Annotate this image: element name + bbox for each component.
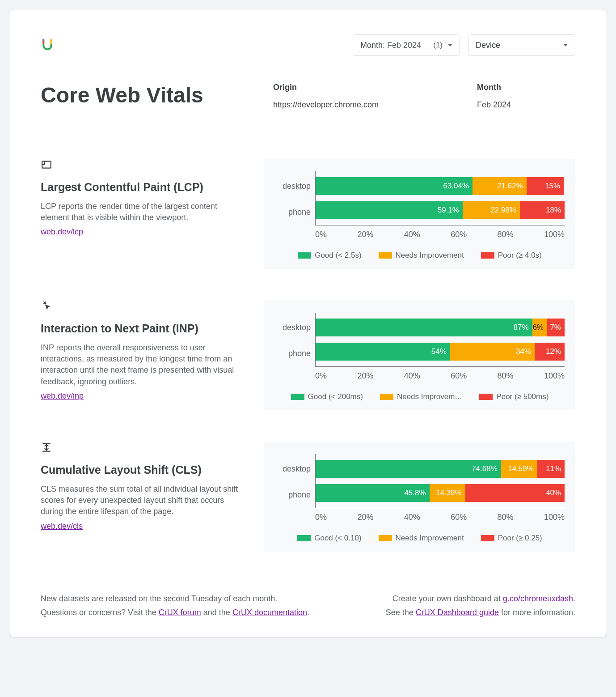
axis-tick: 80% (498, 513, 514, 522)
web-vitals-logo-icon (41, 38, 54, 53)
x-axis: 0%20%40%60%80%100% (315, 366, 565, 381)
footer-text: Questions or concerns? Visit the CrUX fo… (41, 606, 309, 620)
legend-poor: Poor (≥ 0.25) (481, 534, 542, 543)
axis-tick: 40% (404, 230, 420, 239)
crux-forum-link[interactable]: CrUX forum (159, 608, 201, 617)
bar-seg-ni: 6% (532, 319, 547, 336)
bar-seg-ni: 14.59% (501, 460, 537, 478)
chart-panel-inp: desktopphone87%6%7%54%34%12%0%20%40%60%8… (264, 300, 575, 410)
legend-label: Needs Improvement (396, 251, 464, 260)
bar-row-label: desktop (275, 464, 311, 474)
bar-seg-poor: 18% (520, 201, 565, 219)
bar-seg-poor: 40% (465, 484, 565, 502)
bar-seg-good: 87% (316, 319, 532, 336)
axis-tick: 60% (451, 230, 467, 239)
bar-row: 54%34%12% (316, 343, 565, 361)
crux-docs-link[interactable]: CrUX documentation (232, 608, 307, 617)
swatch-icon (481, 252, 494, 259)
x-axis: 0%20%40%60%80%100% (315, 225, 565, 239)
crux-guide-link[interactable]: CrUX Dashboard guide (416, 608, 499, 617)
axis-tick: 20% (357, 513, 373, 522)
swatch-icon (291, 394, 304, 400)
legend-label: Poor (≥ 500ms) (496, 392, 548, 401)
device-filter[interactable]: Device (468, 34, 575, 56)
metric-row-lcp: Largest Contentful Paint (LCP)LCP report… (41, 159, 575, 269)
origin-block: Origin https://developer.chrome.com (273, 83, 379, 110)
legend-ni: Needs Improvement (379, 251, 464, 260)
footer-text: See the (386, 608, 416, 617)
bar-seg-good: 54% (316, 343, 450, 361)
month-filter-label: Month (360, 41, 383, 50)
footer-text: See the CrUX Dashboard guide for more in… (386, 606, 575, 620)
chart-panel-lcp: desktopphone63.04%21.62%15%59.1%22.98%18… (264, 159, 575, 269)
bar-row: 87%6%7% (316, 319, 565, 336)
bar-row-label: desktop (275, 323, 311, 332)
swatch-icon (297, 535, 311, 541)
metric-info: Interaction to Next Paint (INP)INP repor… (41, 300, 242, 410)
origin-label: Origin (273, 83, 379, 92)
header-meta: Origin https://developer.chrome.com Mont… (273, 83, 575, 110)
bar-row-label: desktop (275, 182, 311, 191)
metric-title: Largest Contentful Paint (LCP) (41, 181, 242, 194)
bar-seg-ni: 14.39% (430, 484, 465, 502)
metric-link[interactable]: web.dev/cls (41, 522, 83, 531)
topbar: Month: Feb 2024 (1) Device (41, 34, 575, 56)
month-filter-count: (1) (433, 41, 445, 50)
bar-seg-ni: 34% (450, 343, 535, 361)
axis-tick: 80% (498, 371, 514, 381)
metrics-container: Largest Contentful Paint (LCP)LCP report… (41, 159, 575, 552)
metric-link[interactable]: web.dev/lcp (41, 227, 83, 236)
inp-icon (41, 300, 242, 314)
bar-seg-ni: 22.98% (463, 201, 520, 219)
metric-info: Cumulative Layout Shift (CLS)CLS measure… (41, 442, 242, 552)
axis-tick: 100% (544, 513, 565, 522)
month-block: Month Feb 2024 (477, 83, 575, 110)
bar-seg-ni: 21.62% (473, 177, 526, 195)
bars-area: 87%6%7%54%34%12%0%20%40%60%80%100% (315, 313, 565, 381)
axis-tick: 100% (544, 371, 565, 381)
metric-info: Largest Contentful Paint (LCP)LCP report… (41, 159, 242, 269)
footer-left: New datasets are released on the second … (41, 592, 309, 619)
crux-dash-link[interactable]: g.co/chromeuxdash (503, 594, 573, 603)
svg-point-0 (42, 39, 44, 41)
month-filter-value: : Feb 2024 (383, 41, 421, 50)
metric-desc: CLS measures the sum total of all indivi… (41, 484, 242, 518)
y-labels: desktopphone (275, 171, 311, 225)
legend-poor: Poor (≥ 500ms) (479, 392, 548, 401)
bar-seg-poor: 12% (535, 343, 565, 361)
axis-tick: 80% (498, 230, 514, 239)
chevron-down-icon (448, 44, 452, 47)
bar-seg-good: 74.68% (316, 460, 501, 478)
bar-seg-poor: 7% (547, 319, 565, 336)
metric-desc: LCP reports the render time of the large… (41, 201, 242, 223)
bar-seg-poor: 15% (527, 177, 564, 195)
legend-label: Good (< 200ms) (308, 392, 363, 401)
axis-tick: 40% (404, 371, 420, 381)
chart-body: desktopphone63.04%21.62%15%59.1%22.98%18… (275, 171, 565, 239)
metric-title: Interaction to Next Paint (INP) (41, 322, 242, 335)
axis-tick: 60% (451, 371, 467, 381)
dashboard-card: Month: Feb 2024 (1) Device Core Web Vita… (9, 9, 607, 638)
legend-label: Good (< 0.10) (314, 534, 361, 543)
axis-tick: 0% (315, 230, 327, 239)
metric-link[interactable]: web.dev/inp (41, 391, 84, 400)
month-filter[interactable]: Month: Feb 2024 (1) (353, 34, 460, 56)
bars-col: 63.04%21.62%15%59.1%22.98%18% (315, 171, 565, 225)
x-axis: 0%20%40%60%80%100% (315, 508, 565, 522)
footer-text: New datasets are released on the second … (41, 592, 309, 606)
metric-title: Cumulative Layout Shift (CLS) (41, 463, 242, 476)
bars-col: 74.68%14.59%11%45.8%14.39%40% (315, 454, 565, 508)
bar-row-label: phone (275, 490, 311, 500)
chart-body: desktopphone74.68%14.59%11%45.8%14.39%40… (275, 454, 565, 522)
month-value: Feb 2024 (477, 100, 575, 110)
axis-tick: 40% (404, 513, 420, 522)
swatch-icon (380, 394, 393, 400)
bar-row-label: phone (275, 208, 311, 217)
bar-seg-good: 45.8% (316, 484, 430, 502)
axis-tick: 60% (451, 513, 467, 522)
lcp-icon (41, 159, 242, 173)
legend-good: Good (< 2.5s) (298, 251, 361, 260)
chart-panel-cls: desktopphone74.68%14.59%11%45.8%14.39%40… (264, 442, 575, 552)
legend: Good (< 200ms)Needs Improvem…Poor (≥ 500… (275, 392, 565, 401)
footer-right: Create your own dashboard at g.co/chrome… (386, 592, 575, 619)
